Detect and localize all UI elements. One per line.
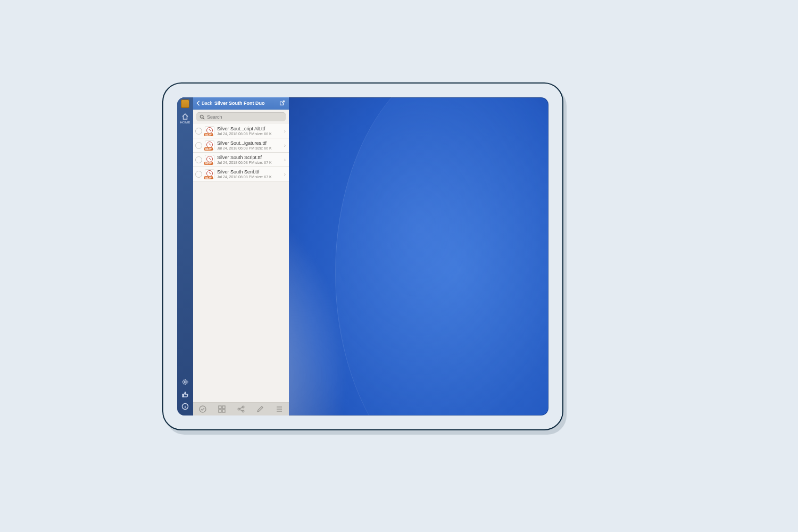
chevron-right-icon: › [284,143,286,148]
file-row[interactable]: NEW Silver Sout...igatures.ttf Jul 24, 2… [193,138,289,153]
file-name: Silver South Serif.ttf [217,169,281,174]
home-icon [181,113,189,120]
pencil-icon [256,405,264,413]
svg-point-2 [200,115,203,118]
file-row[interactable]: NEW Silver South Script.ttf Jul 24, 2018… [193,153,289,167]
share-button[interactable] [234,404,248,414]
row-select[interactable] [195,142,202,149]
search-field[interactable] [196,112,286,121]
file-thumb-icon: NEW [205,126,214,136]
settings-button[interactable] [181,378,189,386]
home-button[interactable]: HOME [180,113,190,124]
home-label: HOME [180,121,190,124]
svg-rect-4 [219,406,221,409]
file-list: NEW Silver Sout...cript Alt.ttf Jul 24, … [193,124,289,402]
file-row[interactable]: NEW Silver Sout...cript Alt.ttf Jul 24, … [193,124,289,138]
check-circle-icon [198,405,207,413]
file-meta: Jul 24, 2018 06:08 PM size: 67 K [217,161,281,164]
left-rail: HOME [177,97,193,415]
row-select[interactable] [195,171,202,178]
tablet-frame: HOME Back Si [162,82,563,430]
more-button[interactable] [272,404,286,414]
svg-rect-6 [219,410,221,412]
screen-desktop: HOME Back Si [177,97,548,415]
file-name: Silver Sout...cript Alt.ttf [217,126,281,131]
grid-view-button[interactable] [215,404,229,414]
open-external-button[interactable] [278,99,286,107]
svg-point-3 [200,406,206,412]
svg-point-10 [242,410,244,412]
like-button[interactable] [181,390,189,398]
back-button[interactable]: Back [196,101,212,106]
edit-button[interactable] [253,404,267,414]
grid-icon [218,405,226,413]
info-button[interactable] [181,403,189,410]
chevron-right-icon: › [284,171,286,177]
svg-point-0 [184,381,186,383]
file-meta: Jul 24, 2018 06:08 PM size: 66 K [217,132,281,136]
sdcard-icon[interactable] [181,99,189,108]
panel-titlebar: Back Silver South Font Duo [193,97,289,110]
search-input[interactable] [207,114,282,120]
file-name: Silver Sout...igatures.ttf [217,140,281,146]
svg-rect-5 [222,406,225,409]
gear-icon [181,378,189,386]
back-label: Back [202,101,212,106]
select-all-button[interactable] [196,404,210,414]
open-external-icon [279,100,285,106]
thumbs-up-icon [181,390,189,398]
row-select[interactable] [195,128,202,135]
panel-title: Silver South Font Duo [214,101,276,106]
file-meta: Jul 24, 2018 06:08 PM size: 67 K [217,175,281,179]
info-icon [181,403,189,410]
file-thumb-icon: NEW [205,169,214,179]
list-icon [275,405,284,413]
share-icon [237,405,245,413]
file-thumb-icon: NEW [205,155,214,164]
svg-point-8 [238,408,240,410]
search-wrap [193,110,289,124]
row-select[interactable] [195,156,202,163]
file-meta: Jul 24, 2018 06:08 PM size: 66 K [217,146,281,150]
chevron-right-icon: › [284,128,286,134]
svg-rect-7 [222,410,225,412]
file-panel: Back Silver South Font Duo NEW [193,97,289,415]
search-icon [200,114,205,120]
svg-point-9 [242,406,244,408]
bottom-toolbar [193,402,289,415]
file-row[interactable]: NEW Silver South Serif.ttf Jul 24, 2018 … [193,167,289,181]
file-name: Silver South Script.ttf [217,155,281,160]
file-thumb-icon: NEW [205,140,214,150]
chevron-left-icon [196,101,201,106]
chevron-right-icon: › [284,157,286,163]
